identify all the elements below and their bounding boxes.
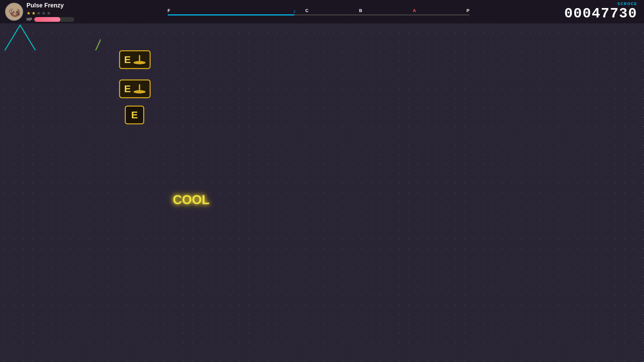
star-5: ★: [47, 10, 51, 16]
player-details: Pulse Frenzy ★ ★ ★ ★ ★ HP: [26, 2, 74, 22]
marker-p: P: [467, 8, 470, 13]
progress-bar-wrapper: F C B A P ♪: [168, 8, 470, 15]
note-indicator: ♪: [293, 8, 296, 14]
star-1: ★: [26, 10, 31, 16]
hp-bar-container: HP: [26, 17, 74, 22]
note-key-2: E: [124, 83, 131, 95]
cymbal-icon-1: [133, 55, 146, 64]
marker-a: A: [413, 8, 416, 13]
player-info: 🦦 Pulse Frenzy ★ ★ ★ ★ ★ HP: [0, 0, 79, 24]
note-key-1: E: [124, 54, 131, 65]
avatar-image: 🦦: [6, 3, 22, 20]
progress-section: F C B A P ♪: [79, 5, 558, 18]
score-label: SCROCE: [564, 2, 637, 6]
note-button-3[interactable]: E: [125, 106, 144, 124]
marker-b: B: [359, 8, 362, 13]
progress-fill: [168, 14, 294, 15]
cymbal-icon-2: [133, 84, 146, 94]
top-bar: 🦦 Pulse Frenzy ★ ★ ★ ★ ★ HP: [0, 0, 644, 23]
note-button-2[interactable]: E: [119, 79, 151, 98]
progress-line: ♪: [168, 14, 470, 15]
star-3: ★: [37, 10, 41, 16]
marker-f: F: [168, 8, 170, 13]
hp-bar-background: [34, 17, 74, 22]
star-rating: ★ ★ ★ ★ ★: [26, 10, 74, 16]
score-section: SCROCE 00047730: [557, 0, 644, 24]
cool-text: COOL: [173, 193, 210, 207]
score-value: 00047730: [564, 6, 637, 22]
marker-c: C: [305, 8, 308, 13]
background-grid: [0, 0, 644, 362]
note-button-1[interactable]: E: [119, 50, 151, 69]
avatar: 🦦: [5, 3, 23, 21]
note-key-3: E: [131, 109, 138, 121]
hp-bar-fill: [34, 17, 60, 22]
star-4: ★: [42, 10, 46, 16]
player-name: Pulse Frenzy: [26, 2, 74, 9]
hp-label: HP: [26, 17, 32, 22]
star-2: ★: [32, 10, 36, 16]
